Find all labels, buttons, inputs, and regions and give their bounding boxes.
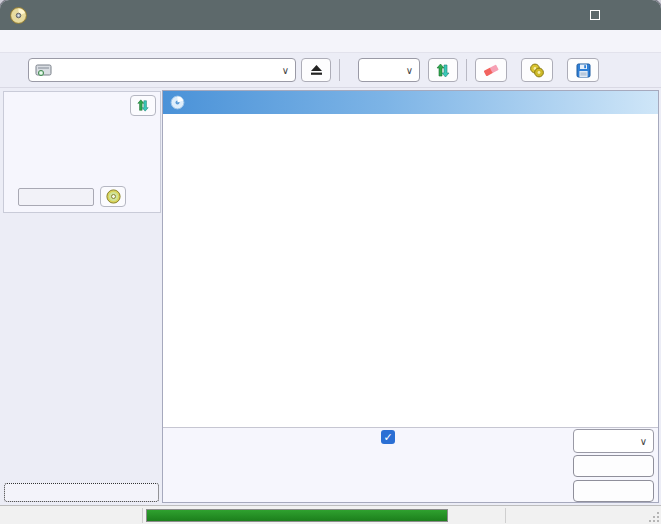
eject-icon	[310, 64, 323, 76]
eraser-icon	[482, 63, 500, 77]
drive-icon	[35, 63, 53, 77]
disc-label-button[interactable]	[100, 186, 126, 207]
disc-field-contents	[4, 168, 160, 185]
disc-quality-panel: ✓ ∨	[162, 90, 659, 503]
status-window-button[interactable]	[4, 483, 159, 502]
minimize-button[interactable]	[529, 0, 573, 30]
label-input[interactable]	[18, 188, 94, 206]
jitter-checkbox[interactable]: ✓	[381, 430, 395, 444]
menu-extra[interactable]	[42, 39, 60, 43]
menu-bar	[0, 30, 661, 53]
menu-start-test[interactable]	[24, 39, 42, 43]
maximize-icon	[590, 10, 600, 20]
chevron-down-icon: ∨	[640, 436, 647, 447]
title-bar	[0, 0, 661, 30]
drive-toolbar: ∨ ∨	[0, 53, 661, 88]
save-button[interactable]	[567, 58, 599, 82]
bis-chart	[163, 285, 658, 426]
panel-header	[163, 91, 658, 114]
sidebar	[3, 88, 161, 505]
save-icon	[576, 63, 591, 78]
status-bar	[0, 505, 661, 524]
disc-icon	[106, 189, 121, 204]
toolbar-separator	[339, 59, 340, 81]
progress-bar	[146, 509, 448, 522]
disc-field-type	[4, 118, 160, 135]
refresh-icon	[136, 99, 150, 112]
refresh-button[interactable]	[428, 58, 458, 82]
start-full-button[interactable]	[573, 455, 654, 477]
disc-quality-icon	[170, 95, 185, 110]
start-part-button[interactable]	[573, 480, 654, 502]
drive-select[interactable]: ∨	[28, 58, 296, 82]
disc-info-panel	[3, 91, 161, 213]
resize-grip[interactable]	[649, 512, 659, 522]
menu-help[interactable]	[60, 39, 78, 43]
erase-disc-button[interactable]	[475, 58, 507, 82]
chevron-down-icon: ∨	[406, 65, 413, 76]
ldc-chart	[163, 128, 658, 271]
disc-field-length	[4, 151, 160, 168]
elapsed-time	[505, 506, 640, 524]
app-window: ∨ ∨	[0, 0, 661, 524]
speed-select[interactable]: ∨	[358, 58, 420, 82]
status-divider	[142, 508, 143, 523]
close-button[interactable]	[617, 0, 661, 30]
refresh-icon	[435, 63, 451, 78]
toolbar-separator	[466, 59, 467, 81]
test-speed-select[interactable]: ∨	[573, 429, 654, 453]
stats-panel: ✓ ∨	[163, 427, 658, 502]
eject-button[interactable]	[301, 58, 331, 82]
maximize-button[interactable]	[573, 0, 617, 30]
disc-refresh-button[interactable]	[130, 95, 156, 116]
gold-discs-icon	[528, 63, 546, 78]
compare-discs-button[interactable]	[521, 58, 553, 82]
menu-file[interactable]	[6, 39, 24, 43]
disc-field-mid	[4, 135, 160, 152]
app-disc-icon	[10, 7, 27, 24]
chevron-down-icon: ∨	[282, 65, 289, 76]
